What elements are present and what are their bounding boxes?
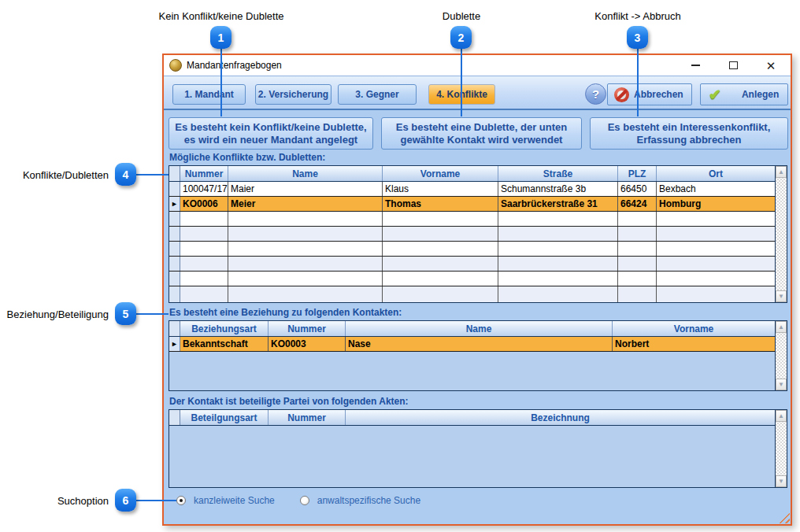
- table-row-selected[interactable]: ► KO0006 Meier Thomas Saarbrückerstraße …: [169, 197, 775, 212]
- callout-balloon-4: 4: [115, 163, 136, 186]
- annotation-label-5: Beziehung/Beteiligung: [0, 308, 109, 320]
- no-conflict-button[interactable]: Es besteht kein Konflikt/keine Dublette,…: [169, 117, 373, 150]
- col-bezeichnung[interactable]: Bezeichnung: [346, 410, 775, 425]
- col-name[interactable]: Name: [228, 166, 383, 181]
- scroll-up-icon[interactable]: ▲: [776, 166, 787, 178]
- col-beteilgungsart[interactable]: Beteilgungsart: [180, 410, 269, 425]
- relations-scrollbar[interactable]: ▲ ▼: [775, 321, 787, 390]
- screenshot-canvas: Kein Konflikt/keine Dublette Dublette Ko…: [0, 0, 800, 532]
- abbrechen-button[interactable]: Abbrechen: [607, 83, 692, 105]
- relations-table: Beziehungsart Nummer Name Vorname ► Beka…: [169, 320, 787, 391]
- search-options: kanzleiweite Suche anwaltspezifische Suc…: [176, 493, 438, 508]
- callout-balloon-6: 6: [115, 489, 136, 512]
- annotation-line-6: [135, 500, 176, 501]
- scroll-up-icon[interactable]: ▲: [776, 321, 787, 333]
- callout-balloon-3: 3: [627, 26, 648, 49]
- radio-kanzleiweite-suche[interactable]: [176, 496, 186, 505]
- annotation-label-6: Suchoption: [0, 495, 109, 507]
- annotation-line-4: [135, 174, 169, 175]
- annotation-label-3: Konflikt -> Abbruch: [520, 10, 756, 22]
- cancel-icon: [614, 87, 629, 102]
- empty-row: [169, 257, 775, 272]
- mandantenfragebogen-dialog: Mandantenfragebogen ✕ 1. Mandant 2. Vers…: [162, 54, 792, 526]
- empty-row: [169, 227, 775, 242]
- close-button[interactable]: ✕: [759, 57, 783, 74]
- col-nummer[interactable]: Nummer: [180, 166, 228, 181]
- scroll-down-icon[interactable]: ▼: [776, 290, 787, 302]
- resize-grip[interactable]: [779, 512, 790, 523]
- conflicts-table-header: Nummer Name Vorname Straße PLZ Ort: [169, 166, 775, 182]
- anlegen-button[interactable]: ✔ Anlegen: [700, 83, 788, 105]
- annotation-line-1: [220, 47, 222, 116]
- annotation-line-2: [461, 47, 462, 116]
- radio-anwaltspezifische-suche[interactable]: [300, 496, 309, 505]
- files-section-label: Der Kontakt ist beteiligte Partei von fo…: [169, 396, 409, 407]
- files-table-header: Beteilgungsart Nummer Bezeichnung: [169, 410, 775, 426]
- row-selector-header: [169, 166, 180, 181]
- anlegen-label: Anlegen: [742, 89, 779, 100]
- callout-balloon-2: 2: [450, 26, 472, 49]
- checkmark-icon: ✔: [709, 87, 721, 102]
- app-icon: [169, 59, 182, 72]
- col-beziehungsart[interactable]: Beziehungsart: [180, 321, 269, 336]
- radio-label[interactable]: anwaltspezifische Suche: [317, 495, 420, 506]
- radio-label[interactable]: kanzleiweite Suche: [194, 495, 275, 506]
- col-vorname[interactable]: Vorname: [613, 321, 775, 336]
- col-ort[interactable]: Ort: [657, 166, 775, 181]
- dublette-button[interactable]: Es besteht eine Dublette, der unten gewä…: [381, 117, 582, 150]
- abbrechen-label: Abbrechen: [634, 89, 683, 100]
- col-nummer[interactable]: Nummer: [269, 410, 346, 425]
- relations-table-header: Beziehungsart Nummer Name Vorname: [169, 321, 775, 337]
- help-button[interactable]: ?: [585, 83, 606, 105]
- annotation-line-3: [637, 47, 639, 116]
- relations-section-label: Es besteht eine Beziehung zu folgenden K…: [169, 307, 402, 318]
- maximize-button[interactable]: [721, 57, 745, 74]
- title-bar: Mandantenfragebogen ✕: [164, 55, 791, 76]
- toolbar: 1. Mandant 2. Versicherung 3. Gegner 4. …: [164, 76, 791, 110]
- scroll-down-icon[interactable]: ▼: [776, 475, 787, 487]
- empty-row: [169, 272, 775, 286]
- close-icon: ✕: [766, 60, 776, 72]
- current-row-arrow-icon: ►: [169, 337, 180, 351]
- minimize-button[interactable]: [683, 57, 707, 74]
- annotation-label-1: Kein Konflikt/keine Dublette: [103, 10, 339, 22]
- scroll-down-icon[interactable]: ▼: [776, 379, 787, 390]
- table-row[interactable]: 100047/17 Maier Klaus Schumannstraße 3b …: [169, 182, 775, 197]
- files-table: Beteilgungsart Nummer Bezeichnung ▲ ▼: [169, 409, 787, 488]
- window-title: Mandantenfragebogen: [187, 60, 282, 71]
- minimize-icon: [691, 65, 700, 66]
- table-row-selected[interactable]: ► Bekanntschaft KO0003 Nase Norbert: [169, 337, 775, 352]
- empty-row: [169, 212, 775, 227]
- tab-versicherung[interactable]: 2. Versicherung: [255, 84, 331, 105]
- empty-row: [169, 242, 775, 257]
- conflicts-scrollbar[interactable]: ▲ ▼: [775, 166, 787, 302]
- annotation-line-5: [135, 313, 169, 315]
- konflikt-abbruch-button[interactable]: Es besteht ein Interessenkonflikt, Erfas…: [590, 117, 788, 150]
- col-name[interactable]: Name: [346, 321, 613, 336]
- callout-balloon-5: 5: [115, 302, 136, 325]
- tab-mandant[interactable]: 1. Mandant: [172, 84, 246, 105]
- col-nummer[interactable]: Nummer: [269, 321, 346, 336]
- annotation-label-4: Konflikte/Dubletten: [0, 169, 109, 181]
- conflicts-section-label: Mögliche Konflikte bzw. Dubletten:: [169, 152, 325, 163]
- empty-row: [169, 286, 775, 302]
- col-strasse[interactable]: Straße: [498, 166, 618, 181]
- col-plz[interactable]: PLZ: [618, 166, 657, 181]
- callout-balloon-1: 1: [210, 26, 231, 49]
- maximize-icon: [729, 61, 738, 69]
- tab-gegner[interactable]: 3. Gegner: [338, 84, 417, 105]
- current-row-arrow-icon: ►: [169, 197, 180, 211]
- conflicts-table: Nummer Name Vorname Straße PLZ Ort 10004…: [169, 165, 787, 303]
- col-vorname[interactable]: Vorname: [383, 166, 498, 181]
- scroll-up-icon[interactable]: ▲: [776, 410, 787, 422]
- files-scrollbar[interactable]: ▲ ▼: [775, 410, 787, 487]
